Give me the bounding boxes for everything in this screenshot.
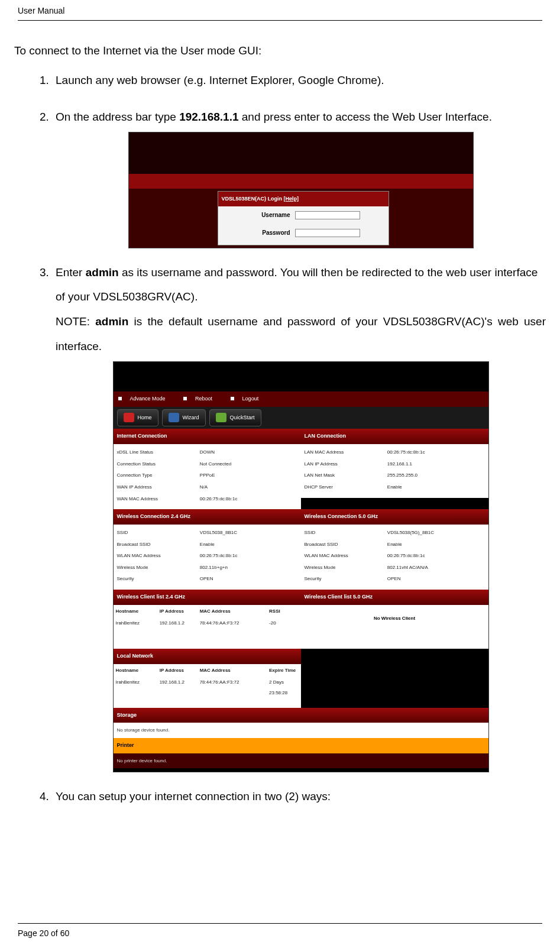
empty-panel <box>301 649 488 702</box>
kv-val: 802.11b+g+n <box>200 562 297 573</box>
home-icon <box>124 413 134 422</box>
kv-key: Connection Status <box>117 459 200 470</box>
kv-val: 192.168.1.1 <box>387 459 485 470</box>
storage-hdr: Storage <box>114 708 488 723</box>
kv-key: LAN IP Address <box>305 459 387 470</box>
step-2-bold: 192.168.1.1 <box>179 111 238 123</box>
w50-hdr: Wireless Connection 5.0 GHz <box>301 509 488 525</box>
th-ip: IP Address <box>160 606 200 617</box>
kv-row: WLAN MAC Address00:26:75:dc:8b:1c <box>117 550 297 562</box>
storage-body: No storage device found. <box>114 723 488 738</box>
kv-val: 00:26:75:dc:8b:1c <box>387 447 485 458</box>
kv-row: SecurityOPEN <box>305 573 485 585</box>
kv-row: Connection StatusNot Connected <box>117 458 297 470</box>
step-2-b: and press enter to access the Web User I… <box>239 111 492 123</box>
kv-val: 255.255.255.0 <box>387 470 485 481</box>
row-local: Local Network Hostname IP Address MAC Ad… <box>114 649 488 708</box>
kv-row: Broadcast SSIDEnable <box>117 539 297 551</box>
kv-key: Security <box>305 574 387 584</box>
step-1-text: Launch any web browser (e.g. Internet Ex… <box>56 74 384 86</box>
square-icon <box>231 397 234 400</box>
kv-key: Security <box>117 574 200 584</box>
header-rule <box>18 20 542 21</box>
kv-val: Enable <box>200 539 297 550</box>
login-help-link[interactable]: [Help] <box>284 196 299 202</box>
kv-val: Enable <box>387 482 485 493</box>
cl50-body: No Wireless Client <box>301 605 488 649</box>
kv-row: SSIDVDSL5038_8B1C <box>117 527 297 539</box>
ln-hdr: Local Network <box>114 649 301 664</box>
cl24-thead: Hostname IP Address MAC Address RSSI <box>114 605 301 618</box>
th-hostname: Hostname <box>116 606 160 617</box>
login-panel-title: VDSL5038EN(AC) Login [Help] <box>218 192 389 207</box>
ln-body: Hostname IP Address MAC Address Expire T… <box>114 664 301 708</box>
nav-tabs: Home Wizard QuickStart <box>114 407 488 429</box>
note-bold: admin <box>95 315 128 328</box>
cl50-hdr: Wireless Client list 5.0 GHz <box>301 590 488 605</box>
footer-page: 20 <box>40 928 49 938</box>
kv-row: SecurityOPEN <box>117 573 297 585</box>
kv-key: WLAN MAC Address <box>305 551 387 561</box>
td-expire: 2 Days 23:58:28 <box>269 677 298 698</box>
reboot-link[interactable]: Reboot <box>183 396 221 402</box>
note-a: NOTE: <box>56 315 95 328</box>
dashboard-screenshot: Advance Mode Reboot Logout Home Wizard Q… <box>113 361 489 773</box>
th-expire: Expire Time <box>269 665 298 676</box>
footer-a: Page <box>18 928 40 938</box>
tab-home[interactable]: Home <box>117 409 158 427</box>
row-wireless: Wireless Connection 2.4 GHz SSIDVDSL5038… <box>114 509 488 590</box>
kv-val: Not Connected <box>200 459 297 470</box>
storage-panel: Storage No storage device found. <box>114 708 488 738</box>
lan-panel: LAN Connection LAN MAC Address00:26:75:d… <box>301 429 488 509</box>
kv-row: SSIDVDSL5038(5G)_8B1C <box>305 527 485 539</box>
password-row: Password <box>218 224 389 242</box>
footer-rule <box>18 923 542 924</box>
username-input[interactable] <box>295 211 360 219</box>
w50-panel: Wireless Connection 5.0 GHz SSIDVDSL5038… <box>301 509 488 590</box>
username-label: Username <box>224 209 295 222</box>
advance-mode-label: Advance Mode <box>130 396 166 402</box>
kv-row: WAN MAC Address00:26:75:dc:8b:1c <box>117 493 297 505</box>
th-mac: MAC Address <box>200 606 269 617</box>
kv-val: 00:26:75:dc:8b:1c <box>200 494 297 504</box>
w24-panel: Wireless Connection 2.4 GHz SSIDVDSL5038… <box>114 509 301 590</box>
kv-val: OPEN <box>200 574 297 584</box>
kv-val: PPPoE <box>200 470 297 481</box>
cl24-row: IrahBenitez 192.168.1.2 78:44:76:AA:F3:7… <box>114 617 301 629</box>
td-ip: 192.168.1.2 <box>160 618 200 629</box>
kv-key: Connection Type <box>117 470 200 481</box>
intro-text: To connect to the Internet via the User … <box>14 44 546 57</box>
tab-quickstart[interactable]: QuickStart <box>209 409 261 427</box>
square-icon <box>183 397 187 400</box>
logout-link[interactable]: Logout <box>231 396 267 402</box>
step-2: On the address bar type 192.168.1.1 and … <box>52 105 546 248</box>
th-mac: MAC Address <box>200 665 269 676</box>
th-hostname: Hostname <box>116 665 160 676</box>
kv-val: VDSL5038_8B1C <box>200 527 297 538</box>
step-3-note: NOTE: admin is the default username and … <box>56 309 546 359</box>
kv-key: SSID <box>117 527 200 538</box>
dash-topbar: Advance Mode Reboot Logout <box>114 391 488 407</box>
w50-body: SSIDVDSL5038(5G)_8B1C Broadcast SSIDEnab… <box>301 525 488 590</box>
printer-panel: Printer No printer device found. <box>114 738 488 768</box>
steps-list: Launch any web browser (e.g. Internet Ex… <box>14 68 546 809</box>
kv-key: Wireless Mode <box>305 562 387 573</box>
square-icon <box>118 397 122 400</box>
doc-header: User Manual <box>0 6 560 20</box>
w24-body: SSIDVDSL5038_8B1C Broadcast SSIDEnable W… <box>114 525 301 590</box>
kv-key: Wireless Mode <box>117 562 200 573</box>
kv-val: 802.11vht AC/AN/A <box>387 562 485 573</box>
wizard-icon <box>169 413 179 422</box>
kv-row: LAN Net Mask255.255.255.0 <box>305 470 485 481</box>
logout-label: Logout <box>242 396 259 402</box>
advance-mode-link[interactable]: Advance Mode <box>118 396 174 402</box>
tab-wizard[interactable]: Wizard <box>162 409 206 427</box>
tab-quickstart-label: QuickStart <box>230 412 255 424</box>
password-input[interactable] <box>295 229 360 237</box>
step-3-bold: admin <box>86 266 119 279</box>
login-panel: VDSL5038EN(AC) Login [Help] Username Pas… <box>218 191 389 245</box>
kv-val: N/A <box>200 482 297 493</box>
internet-panel: Internet Connection xDSL Line StatusDOWN… <box>114 429 301 509</box>
reboot-label: Reboot <box>195 396 212 402</box>
step-4-text: You can setup your internet connection i… <box>56 790 331 802</box>
